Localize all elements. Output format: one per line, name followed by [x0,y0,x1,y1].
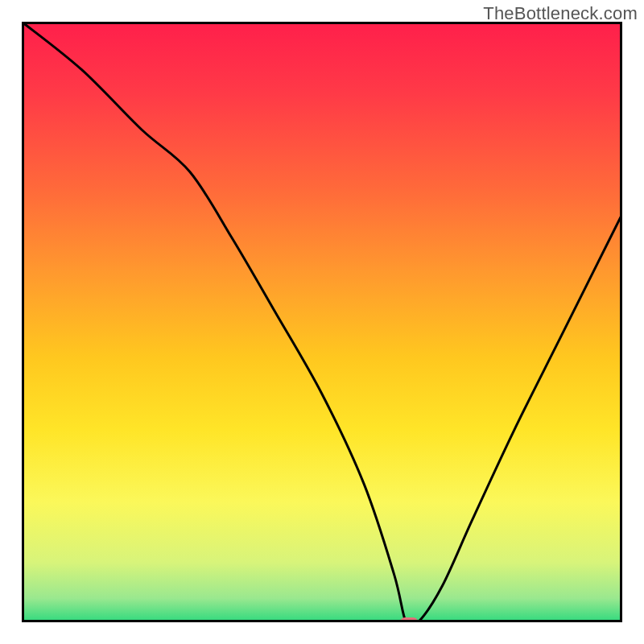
chart-stage: TheBottleneck.com [0,0,644,644]
optimal-marker [22,22,622,622]
watermark-text: TheBottleneck.com [483,3,638,24]
plot-area [22,22,622,622]
svg-rect-1 [400,617,418,622]
